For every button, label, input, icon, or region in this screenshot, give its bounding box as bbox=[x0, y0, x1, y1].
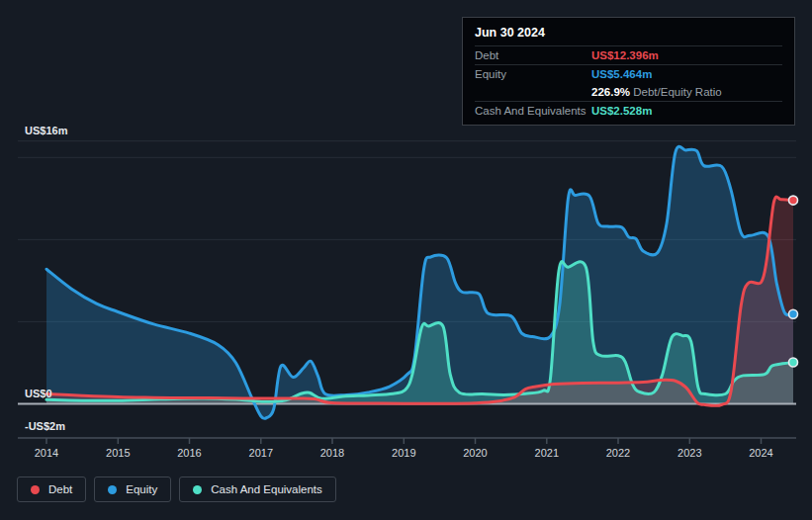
x-axis-year-label: 2016 bbox=[177, 447, 201, 459]
y-axis-label: -US$2m bbox=[25, 420, 65, 432]
legend-debt-label: Debt bbox=[48, 483, 72, 495]
legend-item-cash[interactable]: Cash And Equivalents bbox=[179, 477, 336, 502]
tooltip-row-ratio: 226.9% Debt/Equity Ratio bbox=[475, 83, 782, 101]
x-axis-year-label: 2024 bbox=[749, 447, 772, 459]
debt-legend-dot-icon bbox=[31, 485, 40, 494]
cash-legend-dot-icon bbox=[193, 485, 202, 494]
legend-item-equity[interactable]: Equity bbox=[94, 477, 171, 502]
x-axis-year-label: 2019 bbox=[392, 447, 415, 459]
tooltip-ratio: 226.9% Debt/Equity Ratio bbox=[591, 86, 722, 98]
x-axis-year-label: 2018 bbox=[320, 447, 344, 459]
legend-cash-label: Cash And Equivalents bbox=[211, 483, 322, 495]
chart-legend: Debt Equity Cash And Equivalents bbox=[17, 477, 336, 502]
y-axis-label: US$16m bbox=[25, 125, 68, 136]
equity-legend-dot-icon bbox=[108, 485, 117, 494]
tooltip-date: Jun 30 2024 bbox=[475, 22, 782, 45]
cash-and-equivalents-end-marker bbox=[789, 358, 798, 367]
debt-to-equity-history-chart: 2014201520162017201820192020202120222023… bbox=[0, 0, 812, 520]
chart-tooltip: Jun 30 2024 Debt US$12.396m Equity US$5.… bbox=[462, 17, 795, 126]
x-axis-year-label: 2022 bbox=[606, 447, 630, 459]
x-axis-year-label: 2014 bbox=[35, 447, 58, 459]
tooltip-row-cash: Cash And Equivalents US$2.528m bbox=[475, 101, 782, 120]
tooltip-row-equity: Equity US$5.464m bbox=[475, 64, 782, 83]
tooltip-debt-label: Debt bbox=[475, 49, 591, 61]
equity-end-marker bbox=[789, 309, 798, 318]
tooltip-cash-label: Cash And Equivalents bbox=[475, 105, 591, 117]
debt-end-marker bbox=[789, 196, 798, 205]
series-areas bbox=[46, 146, 793, 418]
x-axis: 2014201520162017201820192020202120222023… bbox=[18, 438, 796, 459]
x-axis-year-label: 2021 bbox=[535, 447, 559, 459]
tooltip-debt-value: US$12.396m bbox=[591, 49, 659, 61]
tooltip-cash-value: US$2.528m bbox=[591, 105, 652, 117]
x-axis-year-label: 2015 bbox=[106, 447, 130, 459]
x-axis-year-label: 2017 bbox=[249, 447, 273, 459]
legend-equity-label: Equity bbox=[126, 483, 157, 495]
x-axis-year-label: 2023 bbox=[677, 447, 701, 459]
tooltip-ratio-label: Debt/Equity Ratio bbox=[633, 86, 722, 98]
x-axis-year-label: 2020 bbox=[463, 447, 487, 459]
tooltip-equity-value: US$5.464m bbox=[591, 68, 652, 80]
y-axis-label: US$0 bbox=[25, 388, 52, 399]
legend-item-debt[interactable]: Debt bbox=[17, 477, 86, 502]
tooltip-ratio-value: 226.9% bbox=[591, 86, 630, 98]
tooltip-equity-label: Equity bbox=[475, 68, 591, 80]
tooltip-row-debt: Debt US$12.396m bbox=[475, 45, 782, 64]
